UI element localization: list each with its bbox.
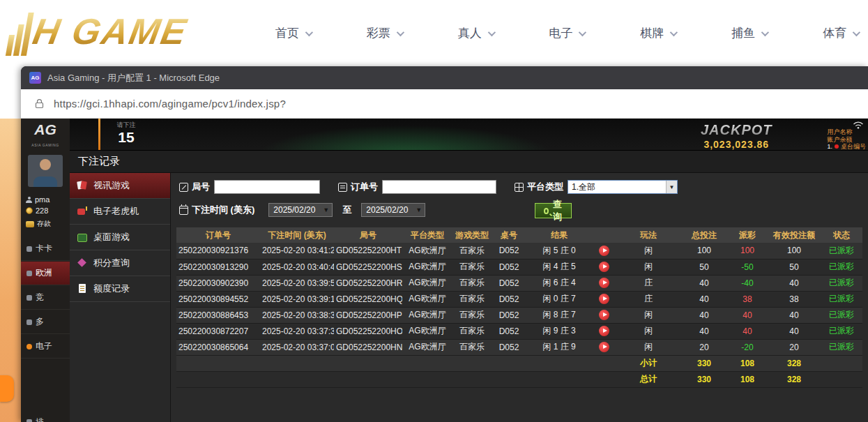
screen: H GAME 首页 彩票 真人 电子 棋牌 捕鱼 体育 AG Asia Gami… xyxy=(0,0,868,422)
menu-item-table-games[interactable]: 桌面游戏 xyxy=(70,225,170,250)
site-header: H GAME 首页 彩票 真人 电子 棋牌 捕鱼 体育 xyxy=(0,0,868,66)
menu-item-points-query[interactable]: 积分查询 xyxy=(70,250,170,276)
cell-platform-type: AG欧洲厅 xyxy=(402,243,452,259)
cell-replay[interactable] xyxy=(592,339,616,355)
cell-game-type: 百家乐 xyxy=(452,307,492,323)
menu-item-credit-records[interactable]: 额度记录 xyxy=(70,276,170,302)
lobby-item-electronic[interactable]: 电子 xyxy=(21,335,70,359)
cell-valid-bet: 40 xyxy=(768,275,821,291)
nav-item-lottery[interactable]: 彩票 xyxy=(367,25,402,41)
cell-replay[interactable] xyxy=(592,307,616,323)
deposit-button[interactable]: 存款 xyxy=(26,219,51,229)
cell-result: 闲 8 庄 7 xyxy=(526,307,592,323)
subtotal-row: 小计 330 108 328 xyxy=(176,355,862,371)
cell-result: 闲 6 庄 4 xyxy=(526,275,592,291)
lobby-item-rank[interactable]: 排 xyxy=(21,410,70,422)
subtotal-valid: 328 xyxy=(768,355,821,371)
column-header: 总投注 xyxy=(681,227,727,243)
replay-icon[interactable] xyxy=(599,342,609,352)
column-header: 玩法 xyxy=(616,227,681,243)
nav-label: 捕鱼 xyxy=(731,25,755,41)
info-username: 用户名称 xyxy=(827,128,866,136)
username-row: pma xyxy=(26,195,50,204)
info-balance: 账户余额 xyxy=(827,136,866,144)
info-label: 账户余额 xyxy=(827,136,852,144)
lobby-item-label: 卡卡 xyxy=(36,243,52,255)
replay-icon[interactable] xyxy=(599,246,609,256)
cell-round-number: GD052252200HP xyxy=(334,307,402,323)
cell-round-number: GD052252200HS xyxy=(334,259,402,275)
cell-replay[interactable] xyxy=(592,243,616,259)
nav-item-chess[interactable]: 棋牌 xyxy=(640,25,676,41)
platform-type-select[interactable]: 1.全部 ▼ xyxy=(568,180,678,194)
cell-table-number: D052 xyxy=(492,275,526,291)
jackpot-value: 3,023,023.86 xyxy=(701,139,772,150)
promo-tab[interactable] xyxy=(0,375,14,402)
cell-game-type: 百家乐 xyxy=(452,323,492,339)
date-to-select[interactable]: 2025/02/20 ▼ xyxy=(361,203,425,217)
nav-item-live[interactable]: 真人 xyxy=(458,25,494,41)
nav-item-fishing[interactable]: 捕鱼 xyxy=(731,25,767,41)
order-number-input[interactable] xyxy=(382,180,496,194)
lobby-item-multi[interactable]: 多 xyxy=(21,310,70,334)
replay-icon[interactable] xyxy=(599,262,609,272)
empty-cell xyxy=(176,371,616,387)
cell-order-number: 250220030894552 xyxy=(176,291,260,307)
jackpot: JACKPOT 3,023,023.86 xyxy=(701,122,772,150)
lobby-item-europe[interactable]: 欧洲 xyxy=(21,262,70,285)
info-label: 用户名称 xyxy=(827,128,852,136)
lobby-item-label: 竞 xyxy=(36,292,44,303)
jackpot-label: JACKPOT xyxy=(701,122,772,138)
search-button-label: 查询 xyxy=(552,198,563,223)
nav-item-home[interactable]: 首页 xyxy=(275,25,311,41)
chevron-down-icon xyxy=(761,28,769,36)
lobby-item-jingmi[interactable]: 竞 xyxy=(21,286,70,310)
cell-payout: -20 xyxy=(727,339,768,355)
cell-valid-bet: 40 xyxy=(768,323,821,339)
url-text[interactable]: https://gci.1hhapi.com/agingame/pcv1/ind… xyxy=(54,98,286,110)
platform-type-icon xyxy=(515,183,524,192)
cell-total-bet: 40 xyxy=(681,307,727,323)
cell-game-type: 百家乐 xyxy=(452,275,492,291)
cell-result: 闲 1 庄 9 xyxy=(526,339,592,355)
cell-table-number: D052 xyxy=(492,339,526,355)
replay-icon[interactable] xyxy=(599,278,609,288)
lobby-item-label: 多 xyxy=(36,316,44,328)
menu-item-slots[interactable]: 电子老虎机 xyxy=(70,199,170,225)
cell-replay[interactable] xyxy=(592,259,616,275)
cell-replay[interactable] xyxy=(592,275,616,291)
deposit-label: 存款 xyxy=(37,219,51,229)
cell-payout: -40 xyxy=(727,275,768,291)
search-button[interactable]: 查询 xyxy=(535,203,572,218)
date-from-select[interactable]: 2025/02/20 ▼ xyxy=(268,203,333,217)
cell-status: 已派彩 xyxy=(821,259,862,275)
address-bar[interactable]: https://gci.1hhapi.com/agingame/pcv1/ind… xyxy=(21,89,868,119)
column-header: 游戏类型 xyxy=(452,227,492,243)
replay-icon[interactable] xyxy=(599,310,609,320)
cell-replay[interactable] xyxy=(592,323,616,339)
nav-item-sports[interactable]: 体育 xyxy=(823,25,858,41)
round-number-input[interactable] xyxy=(214,180,320,194)
cell-replay[interactable] xyxy=(592,291,616,307)
records-main: 局号 订单号 平台类型 1.全部 ▼ xyxy=(171,173,868,422)
balance-row: 228 xyxy=(26,206,48,215)
window-title: Asia Gaming - 用户配置 1 - Microsoft Edge xyxy=(47,72,220,84)
site-logo[interactable]: H GAME xyxy=(6,7,191,56)
chevron-down-icon xyxy=(853,28,860,36)
nav-item-electronic[interactable]: 电子 xyxy=(549,25,584,41)
cell-status: 已派彩 xyxy=(821,323,862,339)
cell-play-type: 庄 xyxy=(616,291,681,307)
lobby-item-kaka[interactable]: 卡卡 xyxy=(21,237,70,261)
cell-valid-bet: 50 xyxy=(768,259,821,275)
account-info: 用户名称 账户余额 1. 桌台编号 xyxy=(827,128,866,151)
lock-icon[interactable] xyxy=(35,98,44,109)
menu-item-video-games[interactable]: 视讯游戏 xyxy=(70,173,170,199)
empty-cell xyxy=(176,355,616,371)
dropdown-arrow-icon: ▼ xyxy=(323,206,329,213)
replay-icon[interactable] xyxy=(599,294,609,304)
replay-icon[interactable] xyxy=(599,326,609,336)
cell-play-type: 闲 xyxy=(616,323,681,339)
total-valid: 328 xyxy=(768,371,821,387)
cell-order-number: 250220030921376 xyxy=(176,243,260,259)
ag-sidebar: AG ASIA GAMING pma 228 存款 卡卡 xyxy=(21,119,70,422)
